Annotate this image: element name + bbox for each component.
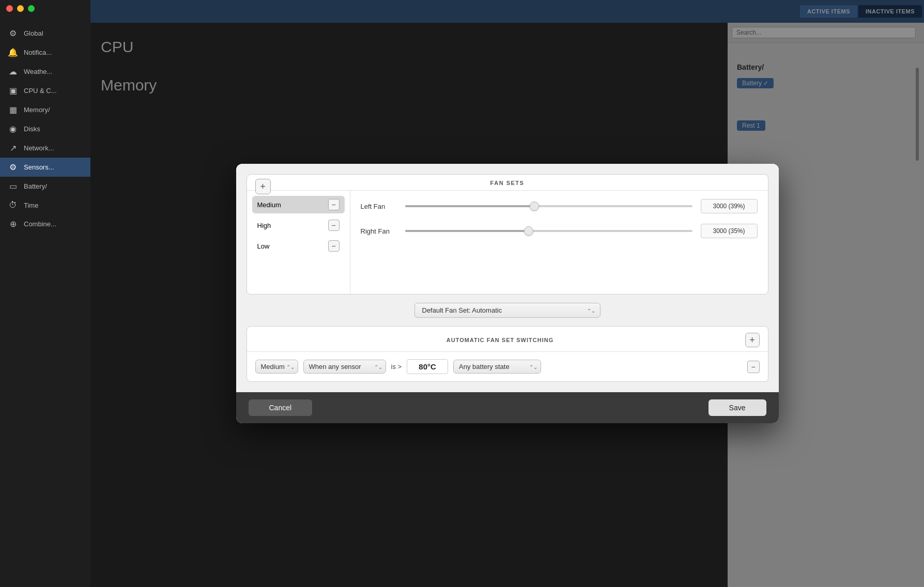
memory-icon: ▦: [7, 105, 19, 115]
sidebar-label-sensors: Sensors...: [24, 163, 54, 171]
left-fan-slider-fill: [405, 205, 534, 207]
auto-switch-add-button[interactable]: +: [745, 333, 760, 347]
fan-sliders-area: Left Fan 3000 (39%) Right Fan: [350, 191, 768, 294]
auto-switch-panel: AUTOMATIC FAN SET SWITCHING + MediumHigh…: [247, 326, 768, 382]
network-icon: ↗: [7, 143, 19, 153]
auto-switch-body: MediumHighLow ⌃⌄ When any sensorWhen CPU…: [247, 352, 768, 381]
sidebar-item-cpu[interactable]: ▣ CPU & C...: [0, 81, 90, 100]
sidebar-item-network[interactable]: ↗ Network...: [0, 138, 90, 158]
traffic-lights: [6, 5, 35, 12]
sidebar-item-sensors[interactable]: ⚙ Sensors...: [0, 158, 90, 177]
sidebar-item-weather[interactable]: ☁ Weathe...: [0, 62, 90, 81]
sidebar-label-network: Network...: [24, 144, 54, 152]
fan-set-remove-medium[interactable]: −: [328, 199, 340, 210]
sidebar-label-disks: Disks: [24, 125, 40, 133]
sidebar-item-memory[interactable]: ▦ Memory/: [0, 100, 90, 119]
sidebar-label-notifications: Notifica...: [24, 49, 52, 56]
left-fan-row: Left Fan 3000 (39%): [361, 199, 758, 213]
window-frame: ⚙ Global 🔔 Notifica... ☁ Weathe... ▣ CPU…: [0, 0, 924, 587]
cancel-button[interactable]: Cancel: [249, 399, 313, 416]
auto-switch-remove-button[interactable]: −: [747, 361, 760, 373]
combined-icon: ⊕: [7, 219, 19, 229]
battery-icon: ▭: [7, 181, 19, 191]
sidebar-label-battery: Battery/: [24, 182, 47, 190]
fan-set-add-button-container: +: [255, 179, 271, 196]
left-fan-slider-thumb[interactable]: [530, 202, 539, 211]
fan-sets-content: Medium − High − Low −: [247, 191, 768, 294]
switch-battery-select[interactable]: Any battery stateOn BatteryOn AC Power: [453, 360, 541, 374]
fan-sets-title: FAN SETS: [490, 180, 525, 186]
right-fan-value: 3000 (35%): [701, 224, 758, 238]
fan-set-name-low: Low: [257, 242, 270, 250]
bell-icon: 🔔: [7, 48, 19, 57]
fan-set-remove-high[interactable]: −: [328, 220, 340, 231]
modal-body: + FAN SETS Medium −: [236, 164, 779, 392]
sidebar-label-combined: Combine...: [24, 220, 56, 228]
modal-footer: Cancel Save: [236, 392, 779, 423]
right-fan-slider-track[interactable]: [405, 230, 692, 232]
modal-overlay: + FAN SETS Medium −: [90, 0, 924, 587]
clock-icon: ⏱: [7, 200, 19, 210]
default-fan-dropdown-wrapper: Default Fan Set: AutomaticMediumHighLow …: [414, 303, 600, 318]
temp-value-box[interactable]: 80°C: [407, 359, 448, 374]
sidebar-item-time[interactable]: ⏱ Time: [0, 196, 90, 214]
sidebar-label-time: Time: [24, 202, 38, 209]
cloud-icon: ☁: [7, 67, 19, 76]
fan-sets-list: Medium − High − Low −: [247, 191, 350, 294]
right-fan-row: Right Fan 3000 (35%): [361, 224, 758, 238]
maximize-button[interactable]: [28, 5, 35, 12]
auto-switch-title: AUTOMATIC FAN SET SWITCHING: [255, 337, 745, 343]
left-fan-slider-track[interactable]: [405, 205, 692, 207]
fan-set-name-high: High: [257, 222, 271, 229]
left-fan-label: Left Fan: [361, 203, 397, 210]
fan-set-remove-low[interactable]: −: [328, 240, 340, 252]
right-fan-slider-fill: [405, 230, 529, 232]
sidebar-item-disks[interactable]: ◉ Disks: [0, 119, 90, 138]
switch-sensor-wrapper: When any sensorWhen CPU sensorWhen GPU s…: [303, 360, 386, 374]
sidebar-label-cpu: CPU & C...: [24, 87, 57, 95]
left-fan-value: 3000 (39%): [701, 199, 758, 213]
sidebar-item-global[interactable]: ⚙ Global: [0, 24, 90, 43]
switch-fanset-wrapper: MediumHighLow ⌃⌄: [255, 360, 298, 374]
sidebar-label-weather: Weathe...: [24, 68, 52, 75]
sidebar-label-global: Global: [24, 29, 43, 37]
switch-fanset-select[interactable]: MediumHighLow: [255, 360, 298, 374]
sidebar-item-notifications[interactable]: 🔔 Notifica...: [0, 43, 90, 62]
default-fan-set-container: Default Fan Set: AutomaticMediumHighLow …: [247, 303, 768, 318]
fan-set-item-low[interactable]: Low −: [252, 237, 345, 255]
disk-icon: ◉: [7, 124, 19, 134]
comparator-label: is >: [391, 363, 402, 370]
switch-battery-wrapper: Any battery stateOn BatteryOn AC Power ⌃…: [453, 360, 541, 374]
fan-sets-panel: + FAN SETS Medium −: [247, 174, 768, 295]
right-fan-label: Right Fan: [361, 227, 397, 235]
fan-sets-header-area: + FAN SETS: [247, 175, 768, 191]
right-fan-slider-thumb[interactable]: [524, 226, 533, 236]
close-button[interactable]: [6, 5, 13, 12]
app-sidebar: ⚙ Global 🔔 Notifica... ☁ Weathe... ▣ CPU…: [0, 0, 90, 587]
fan-set-item-high[interactable]: High −: [252, 217, 345, 234]
minimize-button[interactable]: [17, 5, 24, 12]
sensors-icon: ⚙: [7, 162, 19, 172]
fan-set-item-medium[interactable]: Medium −: [252, 196, 345, 213]
sidebar-item-battery[interactable]: ▭ Battery/: [0, 177, 90, 196]
sidebar-item-combined[interactable]: ⊕ Combine...: [0, 214, 90, 234]
cpu-icon: ▣: [7, 86, 19, 96]
fan-set-name-medium: Medium: [257, 201, 281, 209]
default-fan-set-select[interactable]: Default Fan Set: AutomaticMediumHighLow: [414, 303, 600, 318]
modal-dialog: + FAN SETS Medium −: [236, 164, 779, 423]
save-button[interactable]: Save: [709, 399, 766, 416]
auto-switch-header: AUTOMATIC FAN SET SWITCHING +: [247, 327, 768, 352]
switch-sensor-select[interactable]: When any sensorWhen CPU sensorWhen GPU s…: [303, 360, 386, 374]
app-main: ACTIVE ITEMS INACTIVE ITEMS CPU Memory B…: [90, 0, 924, 587]
sidebar-label-memory: Memory/: [24, 106, 50, 114]
fan-set-add-button[interactable]: +: [255, 179, 271, 194]
gear-icon: ⚙: [7, 28, 19, 38]
